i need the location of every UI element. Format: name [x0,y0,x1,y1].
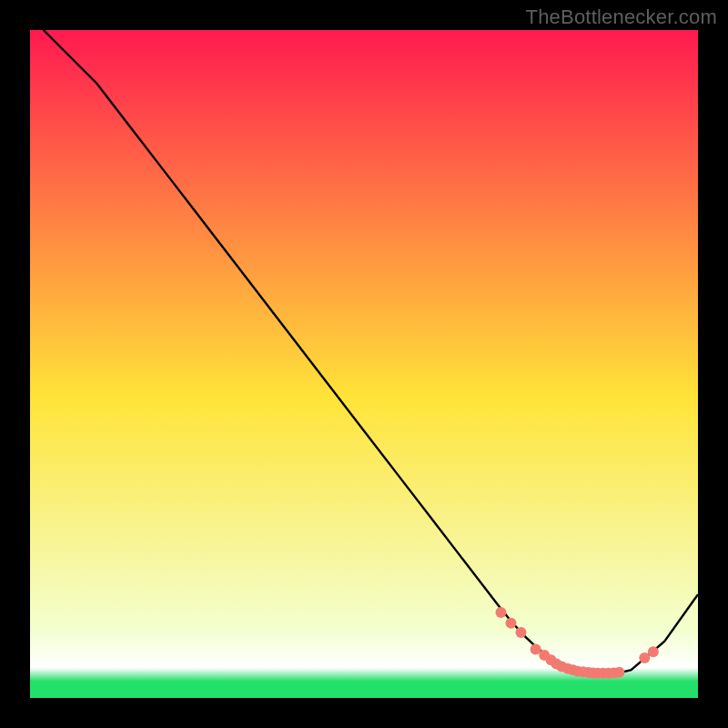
curve-marker [505,618,516,629]
curve-marker [648,646,659,657]
chart-background-gradient [30,30,698,698]
curve-marker [495,607,506,618]
chart-stage: TheBottlenecker.com [0,0,728,728]
bottleneck-chart [30,30,698,698]
curve-marker [515,627,526,638]
curve-marker [613,667,624,678]
watermark-text: TheBottlenecker.com [526,5,717,29]
